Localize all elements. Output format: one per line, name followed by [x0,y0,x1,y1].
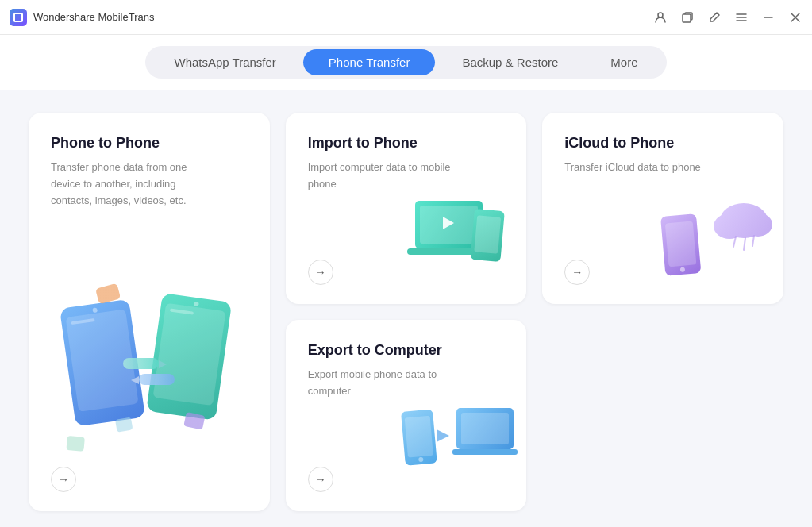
titlebar-controls [653,10,802,25]
square-icon[interactable] [680,10,695,25]
tab-whatsapp[interactable]: WhatsApp Transfer [148,49,301,75]
card-desc-import: Import computer data to mobile phone [308,160,467,193]
svg-rect-25 [665,221,697,267]
card-desc-export: Export mobile phone data to computer [308,367,467,400]
close-button[interactable] [788,10,802,25]
svg-marker-36 [437,429,449,442]
svg-rect-23 [475,215,502,253]
svg-rect-10 [123,358,159,369]
card-import-to-phone[interactable]: Import to Phone Import computer data to … [286,113,527,304]
tab-phone[interactable]: Phone Transfer [303,49,436,75]
card-title-icloud: iCloud to Phone [564,135,761,152]
arrow-phone-to-phone[interactable]: → [51,467,76,492]
card-desc-icloud: Transfer iCloud data to phone [564,160,723,176]
app-title: Wondershare MobileTrans [33,11,154,23]
tab-backup[interactable]: Backup & Restore [437,49,583,75]
svg-line-32 [752,236,754,246]
card-phone-to-phone[interactable]: Phone to Phone Transfer phone data from … [29,113,270,511]
arrow-import[interactable]: → [308,260,333,285]
svg-rect-39 [452,449,518,455]
arrow-icloud[interactable]: → [564,260,590,285]
svg-rect-17 [67,436,85,452]
card-title-phone-to-phone: Phone to Phone [51,135,248,152]
svg-point-0 [658,13,663,17]
svg-point-28 [714,213,745,239]
titlebar: Wondershare MobileTrans [0,0,812,35]
svg-rect-13 [139,374,175,385]
svg-line-31 [744,238,745,250]
minimize-button[interactable] [761,10,775,25]
app-icon [10,9,27,26]
svg-point-29 [744,213,772,237]
card-icloud-to-phone[interactable]: iCloud to Phone Transfer iCloud data to … [542,113,783,304]
card-title-import: Import to Phone [308,135,505,152]
card-desc-phone-to-phone: Transfer phone data from one device to a… [51,160,210,209]
cards-grid: Phone to Phone Transfer phone data from … [29,113,783,511]
nav-bar: WhatsApp Transfer Phone Transfer Backup … [0,35,812,90]
titlebar-left: Wondershare MobileTrans [10,9,154,26]
card-export-to-computer[interactable]: Export to Computer Export mobile phone d… [286,320,527,511]
svg-rect-38 [461,413,509,444]
tab-more[interactable]: More [585,49,663,75]
svg-rect-34 [405,416,433,458]
svg-rect-1 [683,14,691,22]
edit-icon[interactable] [707,10,722,25]
account-icon[interactable] [653,10,668,25]
nav-tabs: WhatsApp Transfer Phone Transfer Backup … [145,46,666,79]
menu-icon[interactable] [734,10,749,25]
arrow-export[interactable]: → [308,467,333,492]
card-title-export: Export to Computer [308,342,505,359]
main-content: Phone to Phone Transfer phone data from … [0,90,812,527]
